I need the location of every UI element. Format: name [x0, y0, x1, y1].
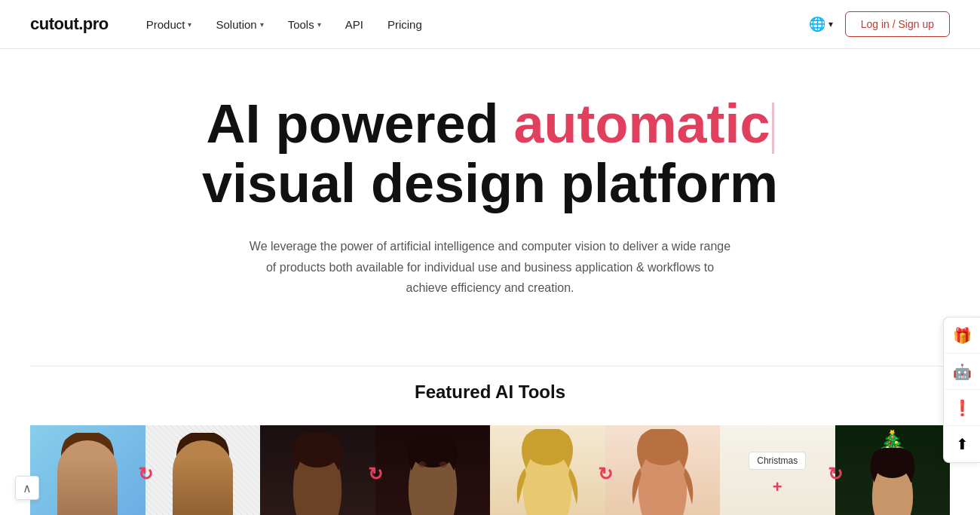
language-button[interactable]: 🌐 ▾: [809, 16, 833, 32]
card4-arrow-icon: ↻: [822, 461, 849, 488]
tools-row: ↻: [30, 425, 950, 515]
nav-product[interactable]: Product ▾: [146, 18, 192, 31]
logo[interactable]: cutout.pro: [30, 14, 109, 34]
christmas-badge: Christmas: [749, 452, 806, 470]
hero-title-accent: automatic: [513, 93, 770, 154]
solution-chevron-icon: ▾: [260, 20, 264, 29]
product-chevron-icon: ▾: [188, 20, 191, 29]
upload-icon: ⬆: [956, 435, 969, 453]
nav-right: 🌐 ▾ Log in / Sign up: [809, 11, 950, 37]
hero-subtitle: We leverage the power of artificial inte…: [245, 236, 735, 298]
nav-pricing-label: Pricing: [387, 18, 422, 31]
hero-title-part2: visual design platform: [202, 153, 778, 213]
featured-title: Featured AI Tools: [30, 382, 950, 403]
side-panel-face[interactable]: 🤖: [944, 354, 980, 390]
svg-point-1: [65, 440, 110, 471]
hero-section: AI powered automatic visual design platf…: [0, 49, 980, 366]
login-signup-button[interactable]: Log in / Sign up: [845, 11, 950, 37]
tool-card-1[interactable]: ↻: [30, 425, 260, 515]
side-panel-gift[interactable]: 🎁: [944, 317, 980, 354]
nav-solution[interactable]: Solution ▾: [216, 18, 263, 31]
card3-before: [490, 425, 605, 515]
nav-product-label: Product: [146, 18, 185, 31]
tool-card-3[interactable]: ↻: [490, 425, 720, 515]
card3-after: [605, 425, 721, 515]
gift-icon: 🎁: [953, 326, 972, 345]
hero-title: AI powered automatic visual design platf…: [30, 94, 950, 213]
lang-chevron-icon: ▾: [828, 19, 833, 29]
hero-title-part1: AI powered: [206, 93, 513, 154]
text-cursor: [772, 103, 774, 154]
card2-after: [375, 425, 491, 515]
card1-before: [30, 425, 145, 515]
scroll-top-icon: ∧: [23, 481, 32, 495]
translate-icon: 🌐: [809, 16, 825, 32]
featured-section: Featured AI Tools: [0, 366, 980, 515]
nav-tools-label: Tools: [288, 18, 314, 31]
svg-point-8: [418, 461, 426, 467]
nav-api-label: API: [345, 18, 363, 31]
tool-card-2[interactable]: ↻: [260, 425, 490, 515]
nav-api[interactable]: API: [345, 18, 363, 31]
svg-point-3: [180, 440, 225, 471]
navbar: cutout.pro Product ▾ Solution ▾ Tools ▾ …: [0, 0, 980, 49]
tool-card-4[interactable]: Christmas + 🎄 ↻: [720, 425, 950, 515]
scroll-to-top-button[interactable]: ∧: [15, 476, 39, 500]
svg-point-9: [439, 461, 447, 467]
card3-arrow-icon: ↻: [592, 461, 619, 488]
nav-tools[interactable]: Tools ▾: [288, 18, 321, 31]
side-panel-alert[interactable]: ❗: [944, 390, 980, 426]
card1-after: [145, 425, 261, 515]
card2-arrow-icon: ↻: [362, 461, 389, 488]
card4-before: Christmas +: [720, 425, 835, 515]
plus-icon: +: [773, 477, 782, 497]
nav-solution-label: Solution: [216, 18, 256, 31]
alert-icon: ❗: [953, 399, 972, 417]
card1-arrow-icon: ↻: [132, 461, 159, 488]
tools-chevron-icon: ▾: [317, 20, 321, 29]
nav-pricing[interactable]: Pricing: [387, 18, 422, 31]
side-panel-upload[interactable]: ⬆: [944, 426, 980, 462]
svg-point-0: [63, 438, 112, 495]
card4-after: 🎄: [835, 425, 951, 515]
side-panel: 🎁 🤖 ❗ ⬆: [943, 317, 980, 463]
nav-links: Product ▾ Solution ▾ Tools ▾ API Pricing: [146, 18, 809, 31]
svg-point-2: [179, 438, 227, 495]
card2-before: [260, 425, 375, 515]
face-icon: 🤖: [953, 363, 972, 381]
